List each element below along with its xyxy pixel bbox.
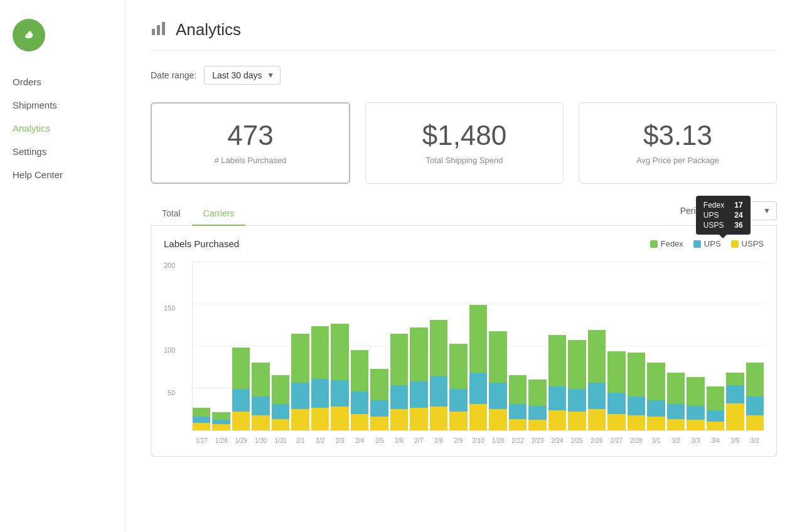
bar-group[interactable]: 2/7 xyxy=(410,262,427,430)
x-axis-label: 2/3 xyxy=(336,437,345,444)
x-axis-label: 1/31 xyxy=(274,437,286,444)
bar-group[interactable]: 2/24 xyxy=(548,262,566,430)
bar-group[interactable]: 1/28 xyxy=(212,262,230,430)
bar-stack xyxy=(568,340,585,430)
stat-card-labels: 473 # Labels Purchased xyxy=(151,102,350,184)
sidebar-item-settings[interactable]: Settings xyxy=(0,140,125,163)
bar-stack xyxy=(252,363,269,430)
bar-segment-ups xyxy=(707,410,724,422)
bar-group[interactable]: 3/2 xyxy=(746,262,764,430)
tab-total[interactable]: Total xyxy=(151,202,192,226)
bar-group[interactable]: 2/1 xyxy=(291,262,309,430)
stat-card-avg: $3.13 Avg Price per Package xyxy=(579,102,777,184)
bar-group[interactable]: 2/23 xyxy=(528,262,546,430)
bar-segment-fedex xyxy=(568,340,585,389)
bar-group[interactable]: 3/4 xyxy=(707,262,724,430)
bar-segment-fedex xyxy=(687,377,704,406)
bar-segment-fedex xyxy=(667,373,685,404)
bar-group[interactable]: 1/28 xyxy=(489,262,506,430)
bar-stack xyxy=(687,377,704,430)
bar-segment-usps xyxy=(509,419,527,430)
date-range-select[interactable]: Last 30 days Last 7 days Last 90 days Cu… xyxy=(204,66,281,85)
x-axis-label: 2/4 xyxy=(355,437,364,444)
bar-segment-ups xyxy=(291,383,309,409)
bar-segment-ups xyxy=(607,393,625,414)
bar-stack xyxy=(351,350,368,430)
chart-area: 200 150 100 50 1/271/281/291/301/312/12/… xyxy=(164,262,764,450)
x-axis-label: 2/8 xyxy=(434,437,443,444)
bar-group[interactable]: 2/5 xyxy=(370,262,388,430)
bar-segment-usps xyxy=(331,407,348,430)
bar-segment-fedex xyxy=(370,369,388,400)
bar-segment-ups xyxy=(449,389,467,412)
bar-group[interactable]: Fedex17UPS24USPS363/5 xyxy=(726,262,744,430)
x-axis-label: 2/26 xyxy=(591,437,602,444)
legend-item-fedex: Fedex xyxy=(650,239,683,248)
period-label: Period: xyxy=(680,206,708,216)
bar-segment-usps xyxy=(410,408,427,430)
bar-segment-fedex xyxy=(707,386,724,410)
sidebar-item-help-center[interactable]: Help Center xyxy=(0,163,125,186)
stat-value-labels: 473 xyxy=(227,122,273,149)
bar-segment-fedex xyxy=(528,380,546,406)
logo[interactable] xyxy=(13,19,45,51)
bar-stack xyxy=(647,363,665,430)
bar-segment-usps xyxy=(628,415,645,430)
bar-group[interactable]: 2/25 xyxy=(568,262,585,430)
bar-group[interactable]: 2/28 xyxy=(628,262,645,430)
bar-group[interactable]: 2/22 xyxy=(509,262,527,430)
bar-segment-usps xyxy=(548,410,566,430)
svg-point-1 xyxy=(28,31,31,35)
main-content: Analytics Date range: Last 30 days Last … xyxy=(126,0,802,532)
bar-segment-fedex xyxy=(351,350,368,391)
bar-group[interactable]: 2/3 xyxy=(331,262,348,430)
period-select-wrap: Daily Weekly Monthly ▼ xyxy=(714,201,777,220)
bar-segment-usps xyxy=(568,412,585,430)
sidebar-item-shipments[interactable]: Shipments xyxy=(0,93,125,117)
bar-group[interactable]: 2/9 xyxy=(449,262,467,430)
bar-segment-usps xyxy=(193,423,210,430)
bar-group[interactable]: 3/3 xyxy=(687,262,704,430)
bar-group[interactable]: 1/27 xyxy=(193,262,210,430)
bar-stack xyxy=(746,363,764,430)
bar-group[interactable]: 3/2 xyxy=(667,262,685,430)
bar-stack xyxy=(628,353,645,430)
chart-section: Labels Purchased Fedex UPS USPS 200 xyxy=(151,226,777,457)
x-axis-label: 3/5 xyxy=(730,437,739,444)
nav-menu: Orders Shipments Analytics Settings Help… xyxy=(0,70,125,186)
bar-group[interactable]: 2/2 xyxy=(311,262,329,430)
period-select[interactable]: Daily Weekly Monthly xyxy=(714,201,777,220)
bar-group[interactable]: 2/26 xyxy=(588,262,606,430)
period-row: Period: Daily Weekly Monthly ▼ xyxy=(680,201,777,225)
bar-segment-ups xyxy=(647,400,665,417)
tab-carriers[interactable]: Carriers xyxy=(192,202,246,226)
svg-rect-2 xyxy=(152,29,155,35)
stat-label-avg: Avg Price per Package xyxy=(636,156,719,165)
bar-segment-usps xyxy=(272,419,289,430)
sidebar-item-analytics[interactable]: Analytics xyxy=(0,117,125,140)
bar-group[interactable]: 1/30 xyxy=(252,262,269,430)
x-axis-label: 2/10 xyxy=(472,437,484,444)
bar-segment-fedex xyxy=(746,363,764,396)
bar-group[interactable]: 1/29 xyxy=(232,262,250,430)
bar-group[interactable]: 2/10 xyxy=(469,262,487,430)
bar-segment-ups xyxy=(726,385,744,403)
date-range-select-wrap: Last 30 days Last 7 days Last 90 days Cu… xyxy=(204,66,281,85)
bar-segment-usps xyxy=(232,412,250,430)
bar-group[interactable]: 2/8 xyxy=(430,262,447,430)
bar-segment-ups xyxy=(687,406,704,420)
bar-segment-fedex xyxy=(449,344,467,389)
bar-group[interactable]: 2/6 xyxy=(390,262,408,430)
bar-segment-fedex xyxy=(647,363,665,400)
bar-group[interactable]: 1/31 xyxy=(272,262,289,430)
bar-segment-fedex xyxy=(232,348,250,389)
bar-stack xyxy=(469,305,487,430)
bar-group[interactable]: 3/1 xyxy=(647,262,665,430)
sidebar-item-orders[interactable]: Orders xyxy=(0,70,125,93)
x-axis-label: 3/2 xyxy=(751,437,759,444)
bar-segment-ups xyxy=(252,396,269,415)
bar-group[interactable]: 2/4 xyxy=(351,262,368,430)
bar-group[interactable]: 2/27 xyxy=(607,262,625,430)
bar-segment-usps xyxy=(746,415,764,430)
bar-stack xyxy=(232,348,250,430)
